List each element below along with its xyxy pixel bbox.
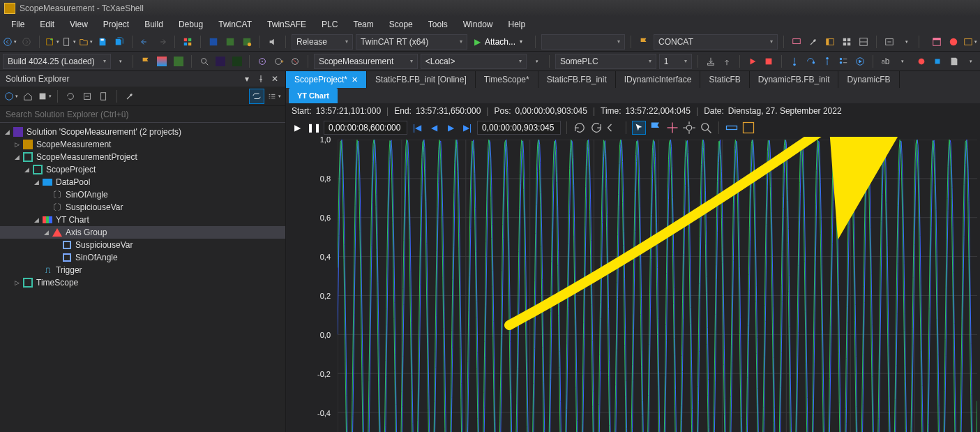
step-options-button[interactable]	[899, 35, 913, 49]
stop-record-icon[interactable]	[930, 54, 944, 68]
undo-chart-button[interactable]	[606, 121, 620, 135]
save-all-button[interactable]	[112, 35, 126, 49]
ruler-button[interactable]	[725, 121, 739, 135]
build-version-combo[interactable]: Build 4024.25 (Loaded)	[3, 54, 111, 69]
colorbox1-icon[interactable]	[156, 54, 169, 68]
menu-project[interactable]: Project	[96, 17, 136, 31]
save-record-icon[interactable]	[947, 54, 961, 68]
goto-end-button[interactable]: ▶|	[460, 121, 474, 135]
solution-explorer-search[interactable]	[0, 106, 285, 123]
document-tabs[interactable]: ScopeProject*✕StaticFB.FB_init [Online]T…	[286, 71, 980, 88]
menu-file[interactable]: File	[4, 17, 31, 31]
doc-tab[interactable]: StaticFB.FB_init	[538, 71, 616, 88]
step-over-icon[interactable]	[804, 54, 818, 68]
colorbox4-icon[interactable]	[230, 54, 244, 68]
solution-button[interactable]	[38, 89, 52, 103]
tree-node[interactable]: ◢Axis Group	[0, 226, 285, 239]
menu-edit[interactable]: Edit	[33, 17, 61, 31]
cursor-mode-button[interactable]	[632, 121, 646, 135]
close-icon[interactable]: ✕	[352, 75, 358, 84]
tree-node[interactable]: ▷TimeScope	[0, 276, 285, 289]
tree-node[interactable]: ◢ScopeMeasurementProject	[0, 151, 285, 163]
target-cancel-icon[interactable]	[288, 54, 302, 68]
wrench-icon[interactable]	[806, 35, 820, 49]
settings-button[interactable]	[682, 121, 696, 135]
menu-twinsafe[interactable]: TwinSAFE	[260, 17, 313, 31]
save-button[interactable]	[96, 35, 110, 49]
app-mode-icon[interactable]	[206, 35, 220, 49]
menu-help[interactable]: Help	[501, 17, 532, 31]
search-input[interactable]	[0, 106, 285, 122]
refresh-chart-button[interactable]	[573, 121, 587, 135]
doc-tab[interactable]: StaticFB.FB_init [Online]	[367, 71, 476, 88]
tree-node[interactable]: SuspiciouseVar	[0, 239, 285, 251]
refresh-icon[interactable]	[63, 89, 77, 103]
menu-tools[interactable]: Tools	[421, 17, 455, 31]
expand-icon[interactable]: ▷	[13, 141, 21, 148]
chart-area[interactable]: 1,00,80,60,40,20,0-0,2-0,4	[286, 137, 980, 432]
chart-plot[interactable]	[338, 140, 977, 432]
step-icon[interactable]	[882, 35, 896, 49]
layout-icon[interactable]	[930, 35, 944, 49]
process-combo[interactable]	[541, 34, 625, 50]
attach-button[interactable]: ▶ Attach... ▾	[470, 34, 529, 50]
panel-icon[interactable]	[823, 35, 837, 49]
home-icon[interactable]	[21, 89, 35, 103]
close-icon[interactable]: ✕	[270, 74, 280, 84]
undo-button[interactable]	[138, 35, 152, 49]
flag-icon[interactable]	[637, 35, 651, 49]
goto-start-button[interactable]: |◀	[410, 121, 424, 135]
tree-node[interactable]: ⎍Trigger	[0, 264, 285, 276]
run-to-icon[interactable]	[853, 54, 867, 68]
tree-node[interactable]: ◢Solution 'ScopeMeasurement' (2 projects…	[0, 126, 285, 138]
record-options-button[interactable]	[963, 54, 977, 68]
expand-icon[interactable]: ▷	[13, 279, 21, 286]
tree-node[interactable]: ◢YT Chart	[0, 214, 285, 226]
colorbox2-icon[interactable]	[172, 54, 186, 68]
local-options-button[interactable]	[529, 54, 543, 68]
grid-icon[interactable]	[840, 35, 854, 49]
step-fwd-button[interactable]: ▶	[444, 121, 458, 135]
login-icon[interactable]	[704, 54, 718, 68]
doc-tab[interactable]: IDynamicInterface	[616, 71, 701, 88]
expand-icon[interactable]: ◢	[32, 216, 40, 223]
expand-icon[interactable]: ◢	[22, 166, 31, 173]
monitor-icon[interactable]	[790, 35, 804, 49]
pin-icon[interactable]	[256, 74, 266, 84]
local-combo[interactable]: <Local>	[421, 54, 527, 69]
grid-chart-button[interactable]	[741, 121, 755, 135]
expand-icon[interactable]: ◢	[3, 128, 11, 135]
zoom-chart-button[interactable]	[699, 121, 713, 135]
doc-tab[interactable]: ScopeProject*✕	[286, 71, 367, 88]
properties-icon[interactable]	[123, 89, 137, 103]
flag2-icon[interactable]	[139, 54, 153, 68]
ab-options-button[interactable]	[895, 54, 909, 68]
step-in-icon[interactable]	[787, 54, 801, 68]
doc-tab[interactable]: TimeScope*	[476, 71, 538, 88]
tree-node[interactable]: 〔〕SinOfAngle	[0, 188, 285, 201]
show-all-icon[interactable]	[97, 89, 111, 103]
configuration-combo[interactable]: Release	[292, 34, 353, 50]
plc-combo[interactable]: SomePLC	[555, 54, 656, 69]
tree-node[interactable]: ◢ScopeProject	[0, 163, 285, 176]
logout-icon[interactable]	[721, 54, 734, 68]
redo-button[interactable]	[155, 35, 169, 49]
tree-node[interactable]: SinOfAngle	[0, 251, 285, 264]
app-mode2-icon[interactable]	[223, 35, 237, 49]
ab-icon[interactable]: ab	[879, 54, 893, 68]
instance-combo[interactable]: 1	[659, 54, 692, 69]
stop-icon[interactable]	[762, 54, 776, 68]
view-options-button[interactable]	[963, 35, 977, 49]
position-input[interactable]: 0,00:00:00,903:045	[477, 121, 561, 135]
nav-back-button[interactable]	[3, 35, 17, 49]
grid2-icon[interactable]	[857, 35, 870, 49]
doc-tab[interactable]: StaticFB	[700, 71, 749, 88]
doc-tab[interactable]: DynamicFB.FB_init	[750, 71, 839, 88]
build-options-button[interactable]	[114, 54, 128, 68]
subtab-ytchart[interactable]: YT Chart	[289, 88, 338, 103]
menu-window[interactable]: Window	[456, 17, 500, 31]
time-window-input[interactable]: 0,00:00:08,600:000	[324, 121, 407, 135]
record-icon[interactable]	[914, 54, 928, 68]
tree-node[interactable]: ◢DataPool	[0, 176, 285, 188]
flag-add-button[interactable]	[649, 121, 663, 135]
